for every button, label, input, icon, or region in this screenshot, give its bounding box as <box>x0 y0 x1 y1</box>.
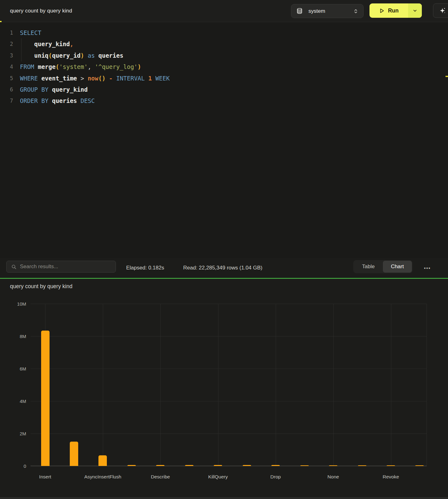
bar-col-10[interactable] <box>300 465 309 466</box>
code-line-4: 4FROM merge('system', '^query_log') <box>0 61 448 72</box>
code-line-3: 3 uniq(query_id) as queries <box>0 50 448 61</box>
line-text: ORDER BY queries DESC <box>20 97 95 104</box>
chevron-down-icon <box>412 8 417 13</box>
gridline-v <box>218 304 218 466</box>
bar-Insert[interactable] <box>41 331 50 466</box>
line-text: GROUP BY query_kind <box>20 86 88 93</box>
run-button-main[interactable]: Run <box>369 3 408 18</box>
run-button-label: Run <box>388 7 398 14</box>
overview-ruler-marker <box>446 76 448 77</box>
bar-col-14[interactable] <box>415 465 424 466</box>
line-number: 7 <box>0 98 13 104</box>
query-title: query count by query kind <box>10 0 72 22</box>
bar-KillQuery[interactable] <box>214 465 222 466</box>
gridline-v <box>160 304 161 466</box>
sparkle-icon <box>439 7 446 14</box>
line-number: 2 <box>0 41 13 47</box>
x-axis-tick: Drop <box>270 474 281 480</box>
code-line-6: 6GROUP BY query_kind <box>0 84 448 95</box>
bar-col-2[interactable] <box>70 442 78 466</box>
line-number: 4 <box>0 64 13 70</box>
x-axis-tick: None <box>327 474 339 480</box>
database-name: system <box>308 8 325 14</box>
search-results-input[interactable] <box>20 264 107 270</box>
ai-assist-button[interactable] <box>433 3 448 18</box>
run-options-caret[interactable] <box>408 3 422 18</box>
line-text: query_kind, <box>20 41 74 47</box>
line-number: 5 <box>0 75 13 81</box>
bar-AsyncInsertFlush[interactable] <box>98 455 107 466</box>
header: query count by query kind system <box>0 0 448 22</box>
y-axis-tick: 10M <box>17 301 26 307</box>
gridline-h <box>31 304 427 304</box>
elapsed-stat: Elapsed: 0.182s <box>126 258 164 278</box>
x-axis-tick: Revoke <box>383 474 399 480</box>
y-axis-tick: 8M <box>20 334 26 339</box>
sql-console: query count by query kind system <box>0 0 448 499</box>
more-options-button[interactable]: ••• <box>421 258 434 278</box>
select-chevrons-icon <box>353 8 359 14</box>
y-axis-tick: 0 <box>24 463 26 469</box>
search-results-box[interactable] <box>6 261 116 273</box>
bottom-panel-edge <box>0 497 448 499</box>
gridline-v <box>276 304 276 466</box>
results-toolbar: Elapsed: 0.182s Read: 22,285,349 rows (1… <box>0 258 448 278</box>
run-button[interactable]: Run <box>369 3 422 18</box>
bar-Drop[interactable] <box>271 465 280 466</box>
bar-None[interactable] <box>329 465 337 466</box>
play-icon <box>379 8 385 14</box>
x-axis-tick: Describe <box>151 474 170 480</box>
chart-panel: query count by query kind 10M8M6M4M2M0In… <box>0 279 448 497</box>
bar-chart: 10M8M6M4M2M0InsertAsyncInsertFlushDescri… <box>31 304 427 466</box>
bar-Revoke[interactable] <box>387 465 395 466</box>
gridline-v <box>333 304 334 466</box>
chart-title: query count by query kind <box>10 283 72 290</box>
y-axis-tick: 4M <box>20 399 26 404</box>
line-number: 1 <box>0 30 13 36</box>
database-icon <box>296 8 303 14</box>
view-toggle: Table Chart <box>353 260 412 273</box>
x-axis-tick: Insert <box>39 474 51 480</box>
y-axis-tick: 6M <box>20 366 26 371</box>
line-text: FROM merge('system', '^query_log') <box>20 63 141 70</box>
code-line-7: 7ORDER BY queries DESC <box>0 95 448 106</box>
code-line-2: 2 query_kind, <box>0 38 448 50</box>
read-stat: Read: 22,285,349 rows (1.04 GB) <box>183 258 262 278</box>
database-selector[interactable]: system <box>291 4 364 18</box>
bar-col-6[interactable] <box>185 465 193 466</box>
gridline-h <box>31 434 427 434</box>
gridline-h <box>31 401 427 401</box>
gridline-v <box>103 304 103 466</box>
gridline-v <box>391 304 391 466</box>
x-axis-line <box>31 466 427 466</box>
code-line-1: 1SELECT <box>0 27 448 38</box>
x-axis-tick: AsyncInsertFlush <box>84 474 121 480</box>
line-number: 6 <box>0 86 13 93</box>
bar-col-4[interactable] <box>127 465 136 466</box>
search-icon <box>11 264 17 269</box>
gridline-h <box>31 336 427 337</box>
line-text: SELECT <box>20 29 41 36</box>
sql-editor[interactable]: 1SELECT2 query_kind,3 uniq(query_id) as … <box>0 22 448 258</box>
code-line-5: 5WHERE event_time > now() - INTERVAL 1 W… <box>0 73 448 84</box>
y-axis-tick: 2M <box>20 431 26 436</box>
line-text: WHERE event_time > now() - INTERVAL 1 WE… <box>20 75 170 82</box>
bar-col-8[interactable] <box>243 465 251 466</box>
line-text: uniq(query_id) as queries <box>20 52 123 59</box>
line-number: 3 <box>0 52 13 59</box>
gridline-h <box>31 369 427 369</box>
bar-col-12[interactable] <box>358 465 366 466</box>
bar-Describe[interactable] <box>156 465 164 466</box>
x-axis-tick: KillQuery <box>208 474 228 480</box>
chart-view-tab[interactable]: Chart <box>383 261 412 273</box>
table-view-tab[interactable]: Table <box>354 261 383 273</box>
gridline-v <box>427 304 427 466</box>
